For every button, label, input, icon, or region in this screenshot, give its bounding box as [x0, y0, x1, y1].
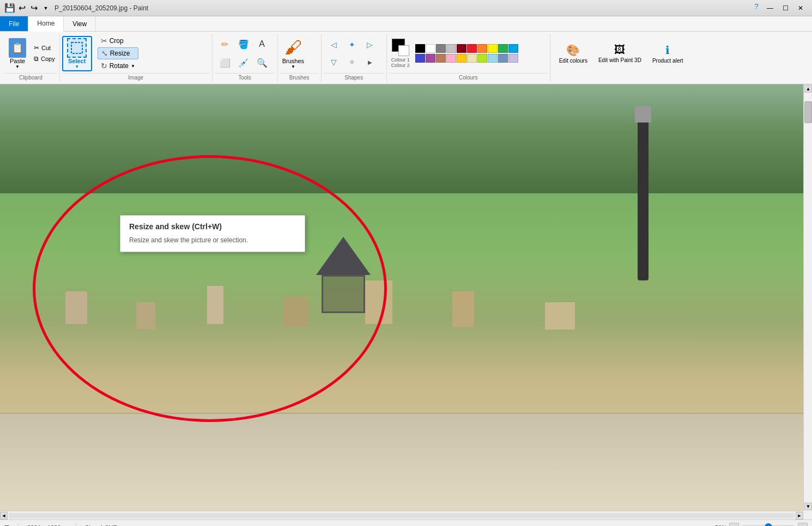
more-shapes[interactable]: ▶ [362, 54, 378, 70]
shapes-group-label: Shapes [324, 73, 384, 82]
crop-button[interactable]: ✂ Crop [98, 35, 138, 46]
swatch-yellow[interactable] [488, 44, 498, 53]
swatch-green[interactable] [498, 44, 508, 53]
swatch-orange[interactable] [477, 44, 487, 53]
tools-grid: ✏ 🪣 A ⬜ 💉 🔍 [215, 34, 272, 73]
tooltip-description: Resize and skew the picture or selection… [129, 235, 296, 245]
ribbon: File Home View 📋 Paste ▼ ✂ Cut ⧉ [0, 16, 812, 84]
swatch-ltgray[interactable] [446, 44, 456, 53]
minimize-btn[interactable]: — [763, 1, 777, 15]
resize-tooltip: Resize and skew (Ctrl+W) Resize and skew… [120, 215, 305, 252]
swatch-medblue[interactable] [498, 54, 508, 63]
swatch-purple[interactable] [426, 54, 435, 63]
swatch-gray[interactable] [436, 44, 446, 53]
swatch-pink[interactable] [446, 54, 456, 63]
down-arrow-shape[interactable]: ▽ [326, 54, 342, 70]
rotate-icon: ↻ [101, 62, 107, 70]
scroll-right-btn[interactable]: ► [796, 512, 803, 519]
zoom-out-btn[interactable]: − [729, 523, 739, 527]
tools-items: ✏ 🪣 A ⬜ 💉 🔍 [215, 34, 275, 73]
edit-colours-button[interactable]: 🎨 Edit colours [555, 41, 592, 66]
zoom-percent-label: 50% [715, 524, 727, 527]
resize-label: Resize [110, 50, 130, 57]
scroll-up-btn[interactable]: ▲ [804, 85, 812, 93]
swatch-lime[interactable] [477, 54, 487, 63]
edit-paint3d-label: Edit with Paint 3D [598, 57, 641, 63]
tab-home[interactable]: Home [28, 16, 64, 32]
actions-items: 🎨 Edit colours 🖼 Edit with Paint 3D ℹ Pr… [553, 34, 690, 73]
paste-button[interactable]: 📋 Paste ▼ [4, 36, 31, 71]
action-buttons: 🎨 Edit colours 🖼 Edit with Paint 3D ℹ Pr… [553, 39, 690, 68]
zoom-thumb[interactable] [765, 523, 772, 527]
text-tool[interactable]: A [254, 36, 270, 52]
edit-paint3d-button[interactable]: 🖼 Edit with Paint 3D [594, 41, 646, 66]
clipboard-label: Clipboard [4, 73, 57, 82]
scroll-thumb[interactable] [804, 101, 812, 123]
brushes-button[interactable]: 🖌 Brushes ▼ [280, 35, 306, 71]
colors-group-label: Colours [389, 73, 548, 82]
tooltip-title: Resize and skew (Ctrl+W) [129, 222, 296, 231]
select-icon [67, 38, 87, 58]
swatch-brown[interactable] [436, 54, 446, 63]
window-title: P_20150604_205209.jpg - Paint [54, 4, 148, 12]
status-sep-1 [18, 523, 19, 527]
brushes-label: Brushes [282, 58, 304, 64]
magnify-tool[interactable]: 🔍 [254, 54, 270, 71]
swatch-white[interactable] [426, 44, 435, 53]
horizontal-scrollbar[interactable]: ◄ ► [0, 511, 803, 519]
quick-access-toolbar: 💾 ↩ ↪ ▼ [4, 3, 51, 14]
pencil-tool[interactable]: ✏ [217, 36, 233, 52]
dropdown-quick-btn[interactable]: ▼ [40, 3, 51, 14]
eyedropper-tool[interactable]: 💉 [235, 54, 252, 71]
cut-copy-area: ✂ Cut ⧉ Copy [32, 43, 57, 64]
swatch-darkblue[interactable] [415, 54, 425, 63]
tab-view[interactable]: View [64, 16, 96, 31]
rotate-label: Rotate [110, 62, 129, 70]
edit-colours-icon: 🎨 [566, 44, 580, 57]
vertical-scrollbar[interactable]: ▲ ▼ [803, 84, 812, 511]
brushes-items: 🖌 Brushes ▼ [280, 34, 319, 73]
tools-group-label: Tools [215, 73, 275, 82]
rotate-button[interactable]: ↻ Rotate ▼ [98, 60, 138, 71]
arrow-left-shape[interactable]: ◁ [326, 36, 342, 53]
scroll-down-btn[interactable]: ▼ [804, 503, 812, 510]
swatch-darkred[interactable] [457, 44, 466, 53]
cut-button[interactable]: ✂ Cut [32, 43, 57, 53]
fill-tool[interactable]: 🪣 [235, 36, 252, 52]
status-bar: ⊞ 3264 × 1836px Size: 1,6MB 50% − + [0, 519, 812, 526]
close-btn[interactable]: ✕ [793, 1, 808, 15]
clipboard-group: 📋 Paste ▼ ✂ Cut ⧉ Copy Clipboard [2, 34, 60, 82]
zoom-in-btn[interactable]: + [798, 523, 808, 527]
scroll-left-btn[interactable]: ◄ [0, 512, 8, 519]
star-shape[interactable]: ✧ [344, 54, 360, 70]
swatch-cream[interactable] [467, 54, 477, 63]
image-actions: ✂ Crop ⤡ Resize ↻ Rotate ▼ [95, 34, 141, 72]
arrow-right-shape[interactable]: ▷ [362, 36, 378, 53]
swatch-blue[interactable] [508, 44, 518, 53]
canvas-area[interactable]: Resize and skew (Ctrl+W) Resize and skew… [0, 84, 812, 511]
swatch-ltblue[interactable] [488, 54, 498, 63]
maximize-btn[interactable]: ☐ [778, 1, 792, 15]
redo-quick-btn[interactable]: ↪ [28, 3, 39, 14]
brushes-group-label: Brushes [280, 73, 319, 82]
select-button[interactable]: Select ▼ [62, 36, 92, 71]
colors-items: Colour 1 Colour 2 [389, 34, 548, 73]
undo-quick-btn[interactable]: ↩ [16, 3, 27, 14]
swatch-gold[interactable] [457, 54, 466, 63]
resize-button[interactable]: ⤡ Resize [98, 47, 138, 59]
swatch-black[interactable] [415, 44, 425, 53]
swatch-lavender[interactable] [508, 54, 518, 63]
crop-icon: ✂ [101, 36, 107, 45]
sparkle-shape[interactable]: ✦ [344, 36, 360, 53]
color-selector[interactable] [392, 39, 409, 56]
tab-file[interactable]: File [0, 16, 28, 31]
canvas-image [0, 84, 812, 511]
save-quick-btn[interactable]: 💾 [4, 3, 15, 14]
swatch-red[interactable] [467, 44, 477, 53]
window-controls: ? — ☐ ✕ [751, 1, 808, 15]
eraser-tool[interactable]: ⬜ [217, 54, 233, 71]
copy-button[interactable]: ⧉ Copy [32, 54, 57, 64]
help-btn[interactable]: ? [751, 1, 762, 12]
product-alert-button[interactable]: ℹ Product alert [648, 41, 688, 66]
rotate-arrow: ▼ [131, 64, 135, 69]
